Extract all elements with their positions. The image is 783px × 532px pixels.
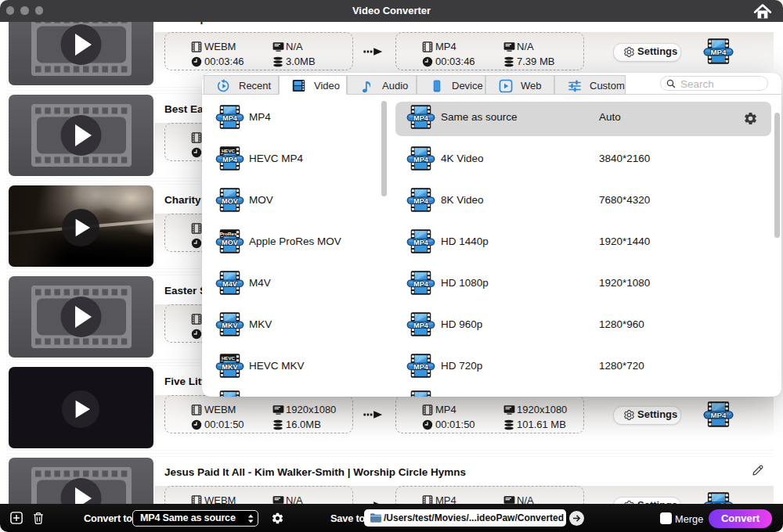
svg-text:MP4: MP4: [222, 156, 238, 164]
svg-text:MP4: MP4: [413, 114, 429, 122]
svg-text:ProRes: ProRes: [220, 231, 237, 236]
svg-text:MP4: MP4: [413, 156, 429, 164]
svg-text:MOV: MOV: [222, 239, 239, 246]
svg-text:MKV: MKV: [222, 322, 238, 329]
svg-text:MP4: MP4: [413, 280, 429, 288]
svg-text:M4V: M4V: [222, 280, 238, 288]
svg-text:HEVC: HEVC: [222, 148, 236, 153]
svg-text:MP4: MP4: [413, 322, 429, 329]
svg-text:MP4: MP4: [711, 48, 727, 56]
svg-text:MP4: MP4: [711, 411, 727, 419]
svg-text:MP4: MP4: [222, 114, 238, 122]
svg-text:HEVC: HEVC: [222, 355, 236, 361]
svg-text:MOV: MOV: [222, 197, 239, 205]
svg-text:MP4: MP4: [413, 363, 429, 371]
svg-text:MP4: MP4: [413, 239, 429, 246]
svg-text:MKV: MKV: [222, 363, 238, 371]
svg-text:MP4: MP4: [413, 197, 429, 205]
